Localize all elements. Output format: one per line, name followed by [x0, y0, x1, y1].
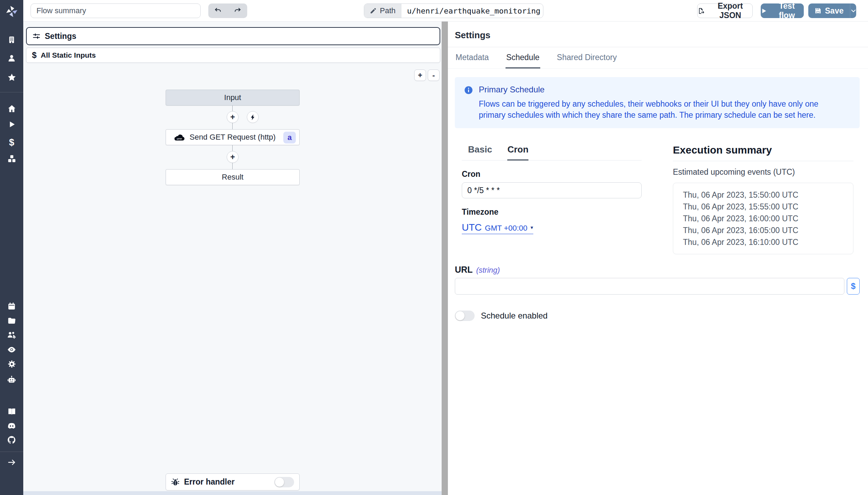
zoom-out-label: - [432, 71, 435, 80]
insert-step-button[interactable]: + [227, 151, 239, 163]
timezone-select[interactable]: UTC GMT +00:00 ▾ [462, 222, 533, 234]
timezone-offset: GMT +00:00 [485, 224, 528, 233]
workspace-building-icon[interactable] [0, 34, 23, 45]
home-icon[interactable] [0, 104, 23, 114]
input-node[interactable]: Input [166, 90, 300, 106]
docs-book-icon[interactable] [0, 406, 23, 416]
folders-icon[interactable] [0, 315, 23, 326]
timezone-value: UTC [462, 222, 482, 233]
execution-summary-subtitle: Estimated upcoming events (UTC) [673, 167, 853, 177]
panel-resize-divider[interactable] [442, 22, 448, 495]
http-step-label: Send GET Request (http) [190, 133, 276, 142]
schedule-editor-column: Basic Cron Cron Timezone UTC GMT +00:00 … [462, 144, 642, 254]
zoom-in-button[interactable]: + [414, 69, 426, 81]
step-id-badge[interactable]: a [283, 132, 296, 143]
execution-summary-column: Execution summary Estimated upcoming eve… [673, 144, 853, 254]
result-node[interactable]: Result [166, 169, 300, 185]
execution-summary-title: Execution summary [673, 144, 853, 161]
url-input-row: $ [455, 278, 860, 295]
info-title: Primary Schedule [479, 85, 847, 94]
path-value: u/henri/earthquake_monitoring [401, 4, 543, 18]
insert-variable-button[interactable]: $ [847, 278, 860, 295]
test-flow-button[interactable]: Test flow [761, 3, 804, 18]
event-row: Thu, 06 Apr 2023, 15:55:00 UTC [683, 201, 850, 213]
canvas-scrollbar[interactable] [23, 491, 442, 495]
event-row: Thu, 06 Apr 2023, 15:50:00 UTC [683, 189, 850, 201]
left-sidebar: $ [0, 0, 23, 495]
discord-icon[interactable] [0, 421, 23, 431]
sidebar-divider [0, 452, 23, 452]
tab-shared-directory[interactable]: Shared Directory [556, 47, 618, 68]
zoom-out-button[interactable]: - [428, 69, 440, 81]
lightning-icon [250, 114, 256, 121]
plus-icon: + [230, 153, 235, 161]
undo-redo-group [208, 3, 247, 18]
groups-users-gear-icon[interactable] [0, 330, 23, 340]
flow-settings-label: Settings [45, 32, 76, 41]
primary-schedule-info-box: Primary Schedule Flows can be triggered … [455, 77, 860, 128]
error-handler-label: Error handler [184, 477, 235, 487]
workers-robot-icon[interactable] [0, 374, 23, 385]
resources-cubes-icon[interactable] [0, 154, 23, 164]
schedules-calendar-icon[interactable] [0, 301, 23, 311]
runs-play-icon[interactable] [0, 119, 23, 130]
cron-input[interactable] [462, 182, 642, 198]
tab-cron[interactable]: Cron [507, 144, 528, 160]
save-split-button: Save [808, 3, 856, 18]
redo-button[interactable] [228, 3, 247, 18]
info-content: Primary Schedule Flows can be triggered … [479, 85, 847, 121]
save-dropdown-button[interactable] [850, 3, 856, 18]
panel-header: Settings [448, 22, 868, 47]
export-json-button[interactable]: Export JSON [697, 3, 753, 18]
tab-basic[interactable]: Basic [468, 144, 492, 160]
audit-eye-icon[interactable] [0, 344, 23, 355]
play-icon [761, 8, 767, 14]
url-input[interactable] [455, 278, 844, 295]
tab-metadata[interactable]: Metadata [455, 47, 490, 68]
save-button[interactable]: Save [808, 3, 850, 18]
schedule-mode-tabs: Basic Cron [462, 144, 642, 160]
event-row: Thu, 06 Apr 2023, 16:05:00 UTC [683, 224, 850, 236]
save-label: Save [825, 6, 844, 16]
error-handler-node[interactable]: Error handler [166, 473, 300, 490]
flow-settings-box[interactable]: Settings [26, 27, 440, 45]
tab-schedule[interactable]: Schedule [506, 47, 540, 68]
top-toolbar: Path u/henri/earthquake_monitoring Expor… [23, 0, 868, 22]
schedule-enabled-toggle[interactable] [455, 311, 475, 321]
schedule-section: Basic Cron Cron Timezone UTC GMT +00:00 … [448, 144, 868, 254]
export-icon [698, 7, 705, 15]
path-label: Path [380, 6, 395, 15]
settings-sliders-icon [32, 32, 41, 40]
variables-dollar-icon[interactable]: $ [0, 137, 23, 148]
collapse-arrow-right-icon[interactable] [0, 457, 23, 468]
bug-icon [171, 478, 180, 486]
path-badge[interactable]: Path u/henri/earthquake_monitoring [364, 3, 543, 18]
dollar-icon: $ [32, 50, 36, 60]
toggle-knob [456, 311, 465, 320]
event-row: Thu, 06 Apr 2023, 16:10:00 UTC [683, 236, 850, 248]
settings-gear-icon[interactable] [0, 359, 23, 369]
plus-icon: + [230, 113, 235, 121]
url-type-hint: (string) [476, 266, 500, 275]
github-icon[interactable] [0, 435, 23, 445]
save-icon [815, 7, 821, 14]
http-step-node[interactable]: HTTP Send GET Request (http) a [166, 129, 300, 145]
all-static-inputs-label: All Static Inputs [41, 51, 96, 59]
windmill-logo[interactable] [0, 4, 23, 18]
error-handler-toggle[interactable] [274, 477, 294, 487]
trigger-lightning-button[interactable] [247, 111, 259, 123]
info-icon [464, 85, 473, 95]
insert-step-button[interactable]: + [227, 111, 239, 123]
result-node-label: Result [222, 173, 243, 182]
undo-button[interactable] [208, 3, 228, 18]
url-label: URL [455, 265, 473, 275]
dollar-icon: $ [851, 281, 856, 291]
star-icon[interactable] [0, 72, 23, 83]
export-json-label: Export JSON [708, 1, 752, 20]
user-icon[interactable] [0, 53, 23, 63]
flow-editor-app: $ [0, 0, 868, 495]
caret-down-icon: ▾ [531, 224, 533, 231]
flow-summary-input[interactable] [31, 3, 201, 18]
settings-panel: Settings Metadata Schedule Shared Direct… [448, 22, 868, 495]
all-static-inputs-box[interactable]: $ All Static Inputs [26, 48, 440, 63]
